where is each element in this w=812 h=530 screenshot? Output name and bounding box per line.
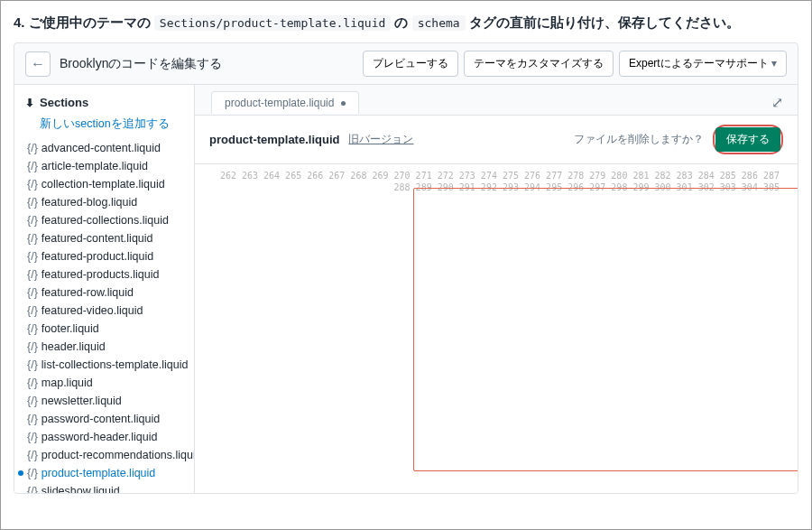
expert-support-button[interactable]: Expertによるテーマサポート (619, 51, 787, 77)
sidebar-item[interactable]: {/} slideshow.liquid (14, 482, 194, 493)
code-area[interactable]: 262 263 264 265 266 267 268 269 270 271 … (195, 164, 798, 493)
sidebar-item[interactable]: {/} product-template.liquid (14, 464, 194, 482)
code-editor-panel: product-template.liquid ⤢ product-templa… (195, 85, 798, 493)
line-gutter: 262 263 264 265 266 267 268 269 270 271 … (195, 164, 783, 493)
sidebar-item[interactable]: {/} featured-products.liquid (14, 265, 194, 284)
sidebar-item[interactable]: {/} featured-video.liquid (14, 302, 194, 320)
sidebar-item[interactable]: {/} article-template.liquid (14, 157, 194, 175)
old-version-link[interactable]: 旧バージョン (348, 132, 413, 147)
sidebar-item[interactable]: {/} list-collections-template.liquid (14, 356, 194, 374)
dirty-dot-icon (341, 101, 346, 106)
editor-tab[interactable]: product-template.liquid (211, 91, 359, 114)
preview-button[interactable]: プレビューする (363, 51, 458, 77)
back-button[interactable]: ← (25, 51, 51, 77)
file-sidebar[interactable]: ⬇ Sections 新しいsectionを追加する {/} advanced-… (14, 85, 195, 493)
code-content[interactable]: {% endunless %} {% comment %} Clothes Me… (783, 164, 798, 493)
save-highlight: 保存する (713, 125, 783, 154)
sidebar-item[interactable]: {/} password-header.liquid (14, 428, 194, 446)
delete-file-link[interactable]: ファイルを削除しますか？ (574, 132, 704, 147)
top-toolbar: ← Brooklynのコードを編集する プレビューする テーマをカスタマイズする… (14, 43, 798, 85)
sidebar-item[interactable]: {/} featured-blog.liquid (14, 193, 194, 211)
theme-editor-app: ← Brooklynのコードを編集する プレビューする テーマをカスタマイズする… (14, 42, 798, 494)
sidebar-item[interactable]: {/} footer.liquid (14, 320, 194, 338)
instruction-text: 4. ご使用中のテーマの Sections/product-template.l… (14, 12, 798, 33)
sidebar-item[interactable]: {/} product-recommendations.liquid (14, 446, 194, 464)
download-icon: ⬇ (25, 97, 34, 109)
sidebar-item[interactable]: {/} password-content.liquid (14, 410, 194, 428)
sidebar-item[interactable]: {/} header.liquid (14, 338, 194, 356)
file-header: product-template.liquid 旧バージョン ファイルを削除しま… (195, 115, 798, 164)
sidebar-item[interactable]: {/} featured-row.liquid (14, 284, 194, 302)
sidebar-item[interactable]: {/} featured-content.liquid (14, 229, 194, 247)
sidebar-item[interactable]: {/} newsletter.liquid (14, 392, 194, 410)
editor-tabbar: product-template.liquid ⤢ (195, 85, 798, 115)
sidebar-item[interactable]: {/} featured-collections.liquid (14, 211, 194, 229)
save-button[interactable]: 保存する (715, 127, 780, 152)
toolbar-title: Brooklynのコードを編集する (60, 56, 354, 72)
expand-icon[interactable]: ⤢ (768, 90, 787, 115)
sidebar-item[interactable]: {/} map.liquid (14, 374, 194, 392)
sidebar-section-header[interactable]: ⬇ Sections (14, 92, 194, 113)
add-section-link[interactable]: 新しいsectionを追加する (14, 113, 194, 139)
sidebar-item[interactable]: {/} collection-template.liquid (14, 175, 194, 193)
filename-label: product-template.liquid (209, 133, 339, 146)
customize-button[interactable]: テーマをカスタマイズする (464, 51, 614, 77)
sidebar-item[interactable]: {/} advanced-content.liquid (14, 139, 194, 157)
sidebar-item[interactable]: {/} featured-product.liquid (14, 247, 194, 265)
